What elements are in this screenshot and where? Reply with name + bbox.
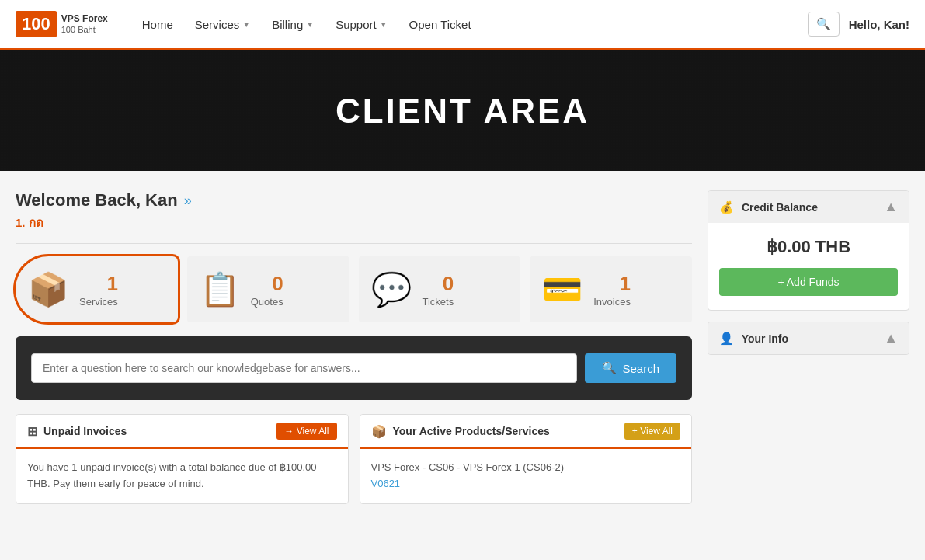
nav-item-open-ticket[interactable]: Open Ticket xyxy=(398,0,482,50)
stat-card-quotes[interactable]: 📋 0 Quotes xyxy=(187,256,349,322)
invoices-label: Invoices xyxy=(593,296,631,308)
services-count: 1 xyxy=(106,272,117,296)
invoices-panel-title-row: ⊞ Unpaid Invoices xyxy=(27,424,127,439)
credit-balance-title-row: 💰 Credit Balance xyxy=(719,200,818,214)
search-icon-button[interactable]: 🔍 xyxy=(808,12,840,37)
quotes-info: 0 Quotes xyxy=(251,272,283,308)
person-icon: 👤 xyxy=(719,332,734,345)
your-info-title-row: 👤 Your Info xyxy=(719,332,788,346)
services-info: 1 Services xyxy=(79,272,118,308)
services-label: Services xyxy=(79,296,118,308)
invoices-panel-title: Unpaid Invoices xyxy=(43,425,127,437)
main-container: Welcome Back, Kan » 1. กด 📦 1 Services 📋… xyxy=(0,171,925,523)
table-icon: ⊞ xyxy=(27,424,37,439)
invoices-count: 1 xyxy=(619,272,630,296)
search-panel: 🔍 Search xyxy=(16,336,692,400)
invoices-panel-header: ⊞ Unpaid Invoices → View All xyxy=(16,415,348,449)
nav-item-home[interactable]: Home xyxy=(131,0,184,50)
search-icon: 🔍 xyxy=(602,361,617,375)
quotes-icon: 📋 xyxy=(200,270,240,308)
services-icon: 📦 xyxy=(28,270,68,308)
stat-card-invoices[interactable]: 💳 1 Invoices xyxy=(530,256,692,322)
chevron-down-icon: ▼ xyxy=(242,20,250,29)
logo-number: 100 xyxy=(16,11,57,37)
credit-balance-header: 💰 Credit Balance ▲ xyxy=(708,191,909,223)
add-funds-button[interactable]: + Add Funds xyxy=(719,268,898,296)
collapse-icon-2[interactable]: ▲ xyxy=(884,330,898,346)
bottom-panels: ⊞ Unpaid Invoices → View All You have 1 … xyxy=(16,414,692,504)
products-view-all-button[interactable]: + View All xyxy=(624,423,680,440)
search-input[interactable] xyxy=(31,353,577,383)
products-panel-header: 📦 Your Active Products/Services + View A… xyxy=(360,415,692,449)
divider xyxy=(16,243,692,244)
products-panel: 📦 Your Active Products/Services + View A… xyxy=(360,414,693,504)
nav-item-support[interactable]: Support ▼ xyxy=(325,0,398,50)
tickets-count: 0 xyxy=(443,272,454,296)
invoices-panel-body: You have 1 unpaid invoice(s) with a tota… xyxy=(16,449,348,503)
hero-banner: CLIENT AREA xyxy=(0,50,925,171)
logo[interactable]: 100 VPS Forex 100 Baht xyxy=(16,11,108,37)
navbar: 100 VPS Forex 100 Baht Home Services ▼ B… xyxy=(0,0,925,50)
credit-balance-card: 💰 Credit Balance ▲ ฿0.00 THB + Add Funds xyxy=(708,190,909,311)
product-item-name: VPS Forex - CS06 - VPS Forex 1 (CS06-2) xyxy=(371,460,681,476)
nav-item-billing[interactable]: Billing ▼ xyxy=(261,0,325,50)
welcome-text: Welcome Back, Kan xyxy=(16,190,178,210)
welcome-arrow: » xyxy=(184,193,192,209)
welcome-row: Welcome Back, Kan » xyxy=(16,190,692,210)
nav-right: 🔍 Hello, Kan! xyxy=(808,12,909,37)
products-panel-body: VPS Forex - CS06 - VPS Forex 1 (CS06-2) … xyxy=(360,449,692,503)
credit-amount: ฿0.00 THB xyxy=(719,237,898,257)
invoices-info: 1 Invoices xyxy=(593,272,631,308)
tickets-info: 0 Tickets xyxy=(423,272,454,308)
content-left: Welcome Back, Kan » 1. กด 📦 1 Services 📋… xyxy=(16,190,692,504)
stat-cards: 📦 1 Services 📋 0 Quotes 💬 0 Tickets xyxy=(16,256,692,322)
nav-item-services[interactable]: Services ▼ xyxy=(184,0,261,50)
credit-balance-title: Credit Balance xyxy=(742,201,818,214)
invoices-panel: ⊞ Unpaid Invoices → View All You have 1 … xyxy=(16,414,349,504)
quotes-count: 0 xyxy=(272,272,283,296)
stat-card-services[interactable]: 📦 1 Services xyxy=(16,256,178,322)
collapse-icon[interactable]: ▲ xyxy=(884,199,898,215)
tickets-icon: 💬 xyxy=(371,270,412,308)
wallet-icon: 💰 xyxy=(719,200,734,214)
product-item-link[interactable]: V0621 xyxy=(371,478,401,489)
your-info-header: 👤 Your Info ▲ xyxy=(708,322,909,354)
logo-text: VPS Forex 100 Baht xyxy=(61,13,108,35)
step-text: 1. กด xyxy=(16,214,692,232)
your-info-card: 👤 Your Info ▲ xyxy=(708,322,909,355)
quotes-label: Quotes xyxy=(251,296,283,308)
sidebar: 💰 Credit Balance ▲ ฿0.00 THB + Add Funds… xyxy=(708,190,909,504)
your-info-title: Your Info xyxy=(742,332,788,345)
hero-title: CLIENT AREA xyxy=(336,92,589,130)
hello-text: Hello, Kan! xyxy=(849,18,909,31)
chevron-down-icon: ▼ xyxy=(380,20,388,29)
nav-links: Home Services ▼ Billing ▼ Support ▼ Open… xyxy=(131,0,808,50)
products-panel-title: Your Active Products/Services xyxy=(393,425,550,437)
products-panel-title-row: 📦 Your Active Products/Services xyxy=(371,424,550,439)
stat-card-tickets[interactable]: 💬 0 Tickets xyxy=(359,256,521,322)
invoices-view-all-button[interactable]: → View All xyxy=(276,423,336,440)
invoices-icon: 💳 xyxy=(542,270,582,308)
search-button[interactable]: 🔍 Search xyxy=(585,353,676,383)
chevron-down-icon: ▼ xyxy=(306,20,314,29)
tickets-label: Tickets xyxy=(423,296,454,308)
credit-balance-body: ฿0.00 THB + Add Funds xyxy=(708,223,909,310)
box-icon: 📦 xyxy=(371,424,387,439)
